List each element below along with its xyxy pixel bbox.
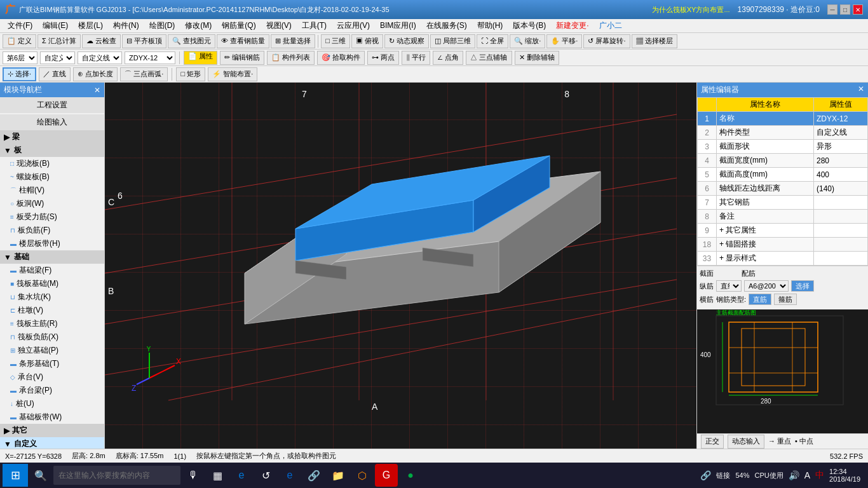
menu-edit[interactable]: 编辑(E) — [37, 19, 73, 32]
sidebar-item-cast-slab[interactable]: □现浇板(B) — [0, 157, 104, 170]
sidebar-item-pile-cap[interactable]: ◇承台(V) — [0, 370, 104, 384]
menu-online[interactable]: 在线服务(S) — [421, 19, 472, 32]
sidebar-item-raft-main[interactable]: ≡筏板主筋(R) — [0, 317, 104, 330]
longitudinal-type-select[interactable]: 直线 — [716, 280, 742, 292]
menu-rebar[interactable]: 钢筋量(Q) — [217, 19, 261, 32]
prop-value-5[interactable]: 400 — [813, 168, 867, 182]
menu-guangxiao[interactable]: 广小二 — [594, 19, 627, 32]
prop-row-3[interactable]: 3 截面形状 异形 — [698, 140, 868, 154]
btn-3d[interactable]: □ 三维 — [321, 34, 350, 48]
menu-draw[interactable]: 绘图(D) — [144, 19, 180, 32]
taskbar-app2-icon[interactable]: G — [375, 464, 398, 487]
taskbar-refresh-icon[interactable]: ↺ — [254, 464, 277, 487]
menu-view[interactable]: 视图(V) — [261, 19, 297, 32]
clock[interactable]: 12:34 2018/4/19 — [829, 468, 860, 483]
sidebar-item-floor-band[interactable]: ▬楼层板带(H) — [0, 237, 104, 250]
btn-top-view[interactable]: ▣ 俯视 — [351, 34, 383, 48]
menu-cloud[interactable]: 云应用(V) — [332, 19, 375, 32]
btn-pick[interactable]: 🎯 拾取构件 — [317, 51, 365, 65]
taskbar-task-icon[interactable]: ▦ — [206, 464, 229, 487]
btn-fullscreen[interactable]: ⛶ 全屏 — [477, 34, 508, 48]
prop-row-6[interactable]: 6 轴线距左边线距离 (140) — [698, 182, 868, 196]
transverse-zhijin-btn[interactable]: 直筋 — [749, 294, 771, 305]
tray-network[interactable]: 🔗 — [700, 470, 711, 480]
taskbar-search-input[interactable] — [53, 466, 180, 485]
btn-align-top[interactable]: ⊟ 平齐板顶 — [122, 34, 166, 48]
menu-floor[interactable]: 楼层(L) — [73, 19, 108, 32]
btn-pan[interactable]: ✋ 平移· — [546, 34, 582, 48]
close-button[interactable]: ✕ — [853, 4, 863, 15]
sidebar-section-other[interactable]: ▶其它 — [0, 424, 104, 437]
right-orthogonal-btn[interactable]: 正交 — [701, 435, 724, 449]
line-type-select[interactable]: 自定义线 — [78, 51, 122, 64]
btn-select[interactable]: ⊹ 选择· — [3, 67, 36, 81]
btn-sum[interactable]: Σ 汇总计算 — [37, 34, 81, 48]
menu-help[interactable]: 帮助(H) — [472, 19, 508, 32]
taskbar-app1-icon[interactable]: ⬡ — [351, 464, 374, 487]
sidebar-item-pile[interactable]: ↓桩(U) — [0, 397, 104, 410]
sidebar-item-cap[interactable]: ⌒柱帽(V) — [0, 184, 104, 197]
sidebar-item-slab-neg[interactable]: ⊓板负筋(F) — [0, 224, 104, 237]
prop-row-18[interactable]: 18 + 锚固搭接 — [698, 238, 868, 252]
prop-value-4[interactable]: 280 — [813, 154, 867, 168]
sidebar-item-spiral-slab[interactable]: ~螺旋板(B) — [0, 170, 104, 184]
prop-row-1[interactable]: 1 名称 ZDYX-12 — [698, 112, 868, 126]
sidebar-item-slab-hole[interactable]: ○板洞(W) — [0, 197, 104, 210]
prop-row-7[interactable]: 7 其它钢筋 — [698, 196, 868, 210]
prop-value-1[interactable]: ZDYX-12 — [813, 112, 867, 126]
menu-tools[interactable]: 工具(T) — [297, 19, 332, 32]
menu-modify[interactable]: 修改(M) — [180, 19, 217, 32]
btn-batch[interactable]: ⊞ 批量选择 — [271, 34, 315, 48]
menu-bim[interactable]: BIM应用(I) — [375, 19, 421, 32]
btn-three-point-aux[interactable]: △ 三点辅轴 — [466, 51, 512, 65]
menu-version[interactable]: 版本号(B) — [508, 19, 551, 32]
btn-parallel[interactable]: ∥ 平行 — [402, 51, 430, 65]
btn-local-3d[interactable]: ◫ 局部三维 — [430, 34, 475, 48]
taskbar-link-icon[interactable]: 🔗 — [302, 464, 325, 487]
taskbar-folder-icon[interactable]: 📁 — [327, 464, 349, 487]
layer-type-select[interactable]: 自定义 — [40, 51, 75, 64]
btn-smart-layout[interactable]: ⚡ 智能布置· — [208, 67, 257, 81]
component-select[interactable]: ZDYX-12 — [125, 51, 175, 64]
prop-row-33[interactable]: 33 + 显示样式 — [698, 252, 868, 266]
prop-row-8[interactable]: 8 备注 — [698, 210, 868, 224]
longitudinal-select-btn[interactable]: 选择 — [791, 280, 814, 292]
menu-component[interactable]: 构件(N) — [108, 19, 144, 32]
btn-cloud-check[interactable]: ☁ 云检查 — [82, 34, 121, 48]
right-dynamic-input-btn[interactable]: 动态输入 — [728, 435, 764, 449]
sidebar-engineering[interactable]: 工程设置 — [0, 97, 104, 113]
btn-del-aux[interactable]: ✕ 删除辅轴 — [515, 51, 559, 65]
btn-rotate[interactable]: ↺ 屏幕旋转· — [583, 34, 630, 48]
btn-view-rebar[interactable]: 👁 查看钢筋量 — [217, 34, 269, 48]
longitudinal-value-select[interactable]: A6@200 — [744, 280, 789, 292]
btn-point-angle[interactable]: ∠ 点角 — [433, 51, 463, 65]
prop-row-9[interactable]: 9 + 其它属性 — [698, 224, 868, 238]
sidebar-section-beam[interactable]: ▶梁 — [0, 130, 104, 144]
layer-select[interactable]: 第6层 — [3, 51, 37, 64]
tray-ime-a[interactable]: A — [804, 470, 810, 480]
prop-row-4[interactable]: 4 截面宽度(mm) 280 — [698, 154, 868, 168]
btn-arc[interactable]: ⌒ 三点画弧· — [120, 67, 168, 81]
menu-new-change[interactable]: 新建变更· — [551, 19, 593, 32]
prop-value-8[interactable] — [813, 210, 867, 224]
btn-point-extend[interactable]: ⊕ 点加长度 — [73, 67, 118, 81]
sidebar-section-slab[interactable]: ▼板 — [0, 144, 104, 157]
start-button[interactable]: ⊞ — [3, 464, 28, 487]
btn-define[interactable]: 📋 定义 — [3, 34, 36, 48]
btn-dynamic[interactable]: ↻ 动态观察 — [384, 34, 429, 48]
sidebar-draw-input[interactable]: 绘图输入 — [0, 114, 104, 130]
btn-find[interactable]: 🔍 查找图元 — [168, 34, 215, 48]
taskbar-ie-icon[interactable]: e — [278, 464, 301, 487]
sidebar-item-raft-neg[interactable]: ⊓筏板负筋(X) — [0, 330, 104, 344]
btn-rect[interactable]: □ 矩形 — [176, 67, 205, 81]
sidebar-item-isolated-found[interactable]: ⊞独立基础(P) — [0, 344, 104, 357]
taskbar-mic-icon[interactable]: 🎙 — [182, 464, 205, 487]
minimize-button[interactable]: ─ — [827, 4, 837, 15]
btn-property[interactable]: 📄 属性 — [184, 51, 217, 65]
sidebar-close-btn[interactable]: ✕ — [94, 86, 100, 95]
tray-volume[interactable]: 🔊 — [789, 470, 799, 480]
prop-row-2[interactable]: 2 构件类型 自定义线 — [698, 126, 868, 140]
prop-value-7[interactable] — [813, 196, 867, 210]
sidebar-item-found-band[interactable]: ▬基础板带(W) — [0, 410, 104, 424]
sidebar-item-cap-beam[interactable]: ▬承台梁(P) — [0, 384, 104, 397]
